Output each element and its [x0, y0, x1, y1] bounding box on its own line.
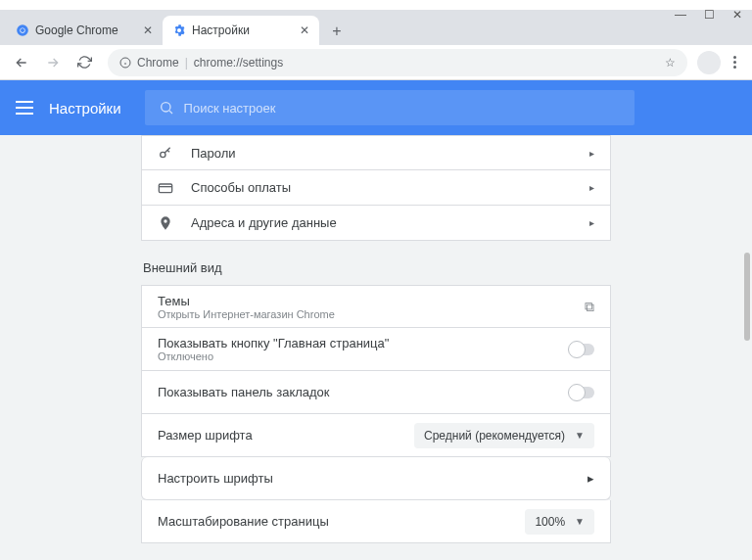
row-payment[interactable]: Способы оплаты ▸ [141, 170, 611, 206]
maximize-button[interactable]: ☐ [704, 8, 715, 22]
address-url: chrome://settings [194, 56, 283, 70]
svg-point-8 [161, 152, 165, 157]
page-title: Настройки [49, 100, 121, 117]
settings-search[interactable]: Поиск настроек [145, 90, 634, 125]
row-page-zoom: Масштабирование страницы 100% ▼ [141, 500, 611, 543]
menu-icon[interactable] [16, 101, 33, 115]
row-addresses[interactable]: Адреса и другие данные ▸ [141, 206, 611, 241]
zoom-select[interactable]: 100% ▼ [525, 509, 594, 535]
reload-button[interactable] [70, 49, 98, 76]
chevron-down-icon: ▼ [575, 430, 585, 441]
row-passwords[interactable]: Пароли ▸ [141, 135, 611, 170]
new-tab-button[interactable]: + [323, 18, 351, 45]
profile-avatar[interactable] [697, 51, 721, 74]
minimize-button[interactable]: — [675, 8, 686, 22]
svg-line-7 [169, 111, 172, 114]
section-appearance: Внешний вид [143, 260, 611, 275]
bookmark-star-icon[interactable]: ☆ [665, 56, 676, 70]
row-label: Масштабирование страницы [158, 514, 329, 529]
row-sublabel: Открыть Интернет-магазин Chrome [158, 308, 335, 320]
key-icon [158, 145, 177, 161]
row-label: Размер шрифта [158, 428, 253, 443]
svg-point-2 [21, 28, 24, 32]
svg-rect-9 [159, 184, 171, 193]
row-font-size: Размер шрифта Средний (рекомендуется) ▼ [141, 414, 611, 457]
tab-strip: Google Chrome ✕ Настройки ✕ + [0, 10, 752, 45]
toggle-switch[interactable] [569, 344, 594, 355]
settings-content: Пароли ▸ Способы оплаты ▸ Адреса и други… [0, 135, 752, 560]
tab-label: Настройки [192, 23, 250, 37]
card-icon [158, 180, 177, 196]
back-button[interactable] [8, 49, 35, 76]
tab-close-icon[interactable]: ✕ [300, 23, 309, 37]
row-sublabel: Отключено [158, 350, 389, 362]
tab-close-icon[interactable]: ✕ [143, 23, 153, 37]
tab-google-chrome[interactable]: Google Chrome ✕ [6, 16, 163, 45]
search-icon [159, 100, 174, 116]
row-themes[interactable]: Темы Открыть Интернет-магазин Chrome ⧉ [141, 285, 611, 328]
row-label: Способы оплаты [191, 180, 291, 195]
toggle-switch[interactable] [569, 387, 594, 398]
row-label: Показывать кнопку "Главная страница" [158, 336, 389, 350]
info-icon [119, 57, 131, 69]
open-external-icon: ⧉ [585, 299, 594, 315]
chevron-right-icon: ▸ [588, 471, 594, 486]
chrome-menu-button[interactable] [725, 53, 744, 72]
row-customize-fonts[interactable]: Настроить шрифты ▸ [141, 457, 611, 500]
search-placeholder: Поиск настроек [184, 101, 276, 116]
row-label: Показывать панель закладок [158, 385, 330, 399]
address-bar[interactable]: Chrome | chrome://settings ☆ [108, 49, 687, 76]
row-label: Адреса и другие данные [191, 215, 337, 230]
settings-header: Настройки Поиск настроек [0, 80, 752, 135]
chevron-right-icon: ▸ [589, 182, 594, 193]
row-home-button[interactable]: Показывать кнопку "Главная страница" Отк… [141, 328, 611, 371]
address-protocol: Chrome [137, 56, 179, 70]
tab-settings[interactable]: Настройки ✕ [163, 16, 319, 45]
toolbar: Chrome | chrome://settings ☆ [0, 45, 752, 80]
gear-favicon [172, 23, 186, 37]
forward-button[interactable] [39, 49, 67, 76]
chevron-right-icon: ▸ [589, 148, 594, 159]
chevron-down-icon: ▼ [575, 516, 585, 527]
tab-label: Google Chrome [35, 23, 118, 37]
close-window-button[interactable]: ✕ [732, 8, 742, 22]
svg-point-6 [161, 103, 169, 112]
row-label: Настроить шрифты [158, 471, 273, 486]
font-size-select[interactable]: Средний (рекомендуется) ▼ [414, 423, 594, 448]
window-controls: — ☐ ✕ [675, 8, 742, 22]
location-icon [158, 215, 177, 231]
scrollbar-thumb[interactable] [744, 253, 750, 341]
row-bookmarks-bar[interactable]: Показывать панель закладок [141, 371, 611, 414]
chrome-favicon [16, 23, 29, 37]
row-label: Пароли [191, 146, 236, 161]
chevron-right-icon: ▸ [589, 217, 594, 228]
row-label: Темы [158, 294, 335, 308]
